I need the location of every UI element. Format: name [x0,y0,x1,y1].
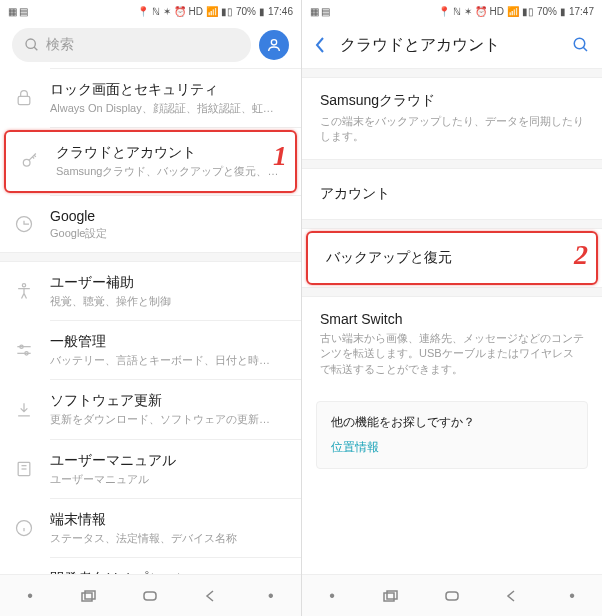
item-lockscreen[interactable]: ロック画面とセキュリティ Always On Display、顔認証、指紋認証、… [0,69,301,127]
nav-dot[interactable]: • [321,588,343,604]
search-button[interactable] [572,36,590,54]
nav-home[interactable] [139,588,161,604]
promo-location-link[interactable]: 位置情報 [331,439,573,456]
nav-back[interactable] [501,588,523,604]
notif-icon: ▦ [8,6,17,17]
nav-recents[interactable] [79,588,101,604]
item-title: ユーザーマニュアル [50,452,176,470]
section-divider [302,219,602,229]
item-title: 一般管理 [50,333,106,351]
item-title: 開発者向けオプション [50,570,190,574]
item-general[interactable]: 一般管理 バッテリー、言語とキーボード、日付と時… [0,321,301,379]
hd-icon: HD [189,6,203,17]
info-icon [14,518,34,538]
svg-line-22 [583,47,587,51]
nav-bar: • • [302,574,602,616]
status-bar: ▦ ▤ 📍 ℕ ✶ ⏰ HD 📶 ▮▯ 70% ▮ 17:47 [302,0,602,22]
item-about-device[interactable]: 端末情報 ステータス、法定情報、デバイス名称 [0,499,301,557]
svg-rect-20 [144,592,156,600]
item-title: ソフトウェア更新 [50,392,162,410]
item-accessibility[interactable]: ユーザー補助 視覚、聴覚、操作と制御 [0,262,301,320]
item-title: Google [50,208,95,224]
nav-dot[interactable]: • [561,588,583,604]
key-icon [20,151,40,171]
svg-rect-25 [446,592,458,600]
item-user-manual[interactable]: ユーザーマニュアル ユーザーマニュアル [0,440,301,498]
item-sub: 視覚、聴覚、操作と制御 [50,294,171,308]
svg-point-6 [22,284,25,287]
user-icon [266,37,282,53]
nav-back[interactable] [200,588,222,604]
vibrate-icon: ✶ [163,6,171,17]
item-sub: 古い端末から画像、連絡先、メッセージなどのコンテンツを転送します。USBケーブル… [320,331,584,377]
nav-dot[interactable]: • [19,588,41,604]
item-title: 端末情報 [50,511,106,529]
item-sub: Google設定 [50,226,107,240]
cloud-accounts-screen: ▦ ▤ 📍 ℕ ✶ ⏰ HD 📶 ▮▯ 70% ▮ 17:47 クラウドとアカウ… [301,0,602,616]
wifi-icon: 📶 [507,6,519,17]
accessibility-icon [14,281,34,301]
settings-list: ロック画面とセキュリティ Always On Display、顔認証、指紋認証、… [0,68,301,574]
svg-rect-24 [387,591,397,599]
section-divider [0,252,301,262]
promo-box: 他の機能をお探しですか？ 位置情報 [316,401,588,469]
svg-line-1 [34,47,37,50]
nav-bar: • • [0,574,301,616]
section-divider [302,68,602,78]
nav-dot[interactable]: • [260,588,282,604]
svg-point-0 [26,39,35,48]
item-backup-restore[interactable]: バックアップと復元 2 [306,231,598,285]
svg-point-2 [271,40,276,45]
book-icon [14,459,34,479]
hd-icon: HD [490,6,504,17]
item-sub: Always On Display、顔認証、指紋認証、虹… [50,101,274,115]
lock-icon [14,88,34,108]
item-sub: この端末をバックアップしたり、データを同期したりします。 [320,114,584,145]
item-software-update[interactable]: ソフトウェア更新 更新をダウンロード、ソフトウェアの更新… [0,380,301,438]
alarm-icon: ⏰ [475,6,487,17]
location-icon: 📍 [438,6,450,17]
battery-icon: ▮ [259,6,265,17]
notif-icon: ▦ [310,6,319,17]
clock: 17:46 [268,6,293,17]
vibrate-icon: ✶ [464,6,472,17]
svg-rect-18 [82,593,92,601]
nav-recents[interactable] [381,588,403,604]
chevron-left-icon [314,36,326,54]
item-smart-switch[interactable]: Smart Switch 古い端末から画像、連絡先、メッセージなどのコンテンツを… [302,297,602,391]
item-title: Smart Switch [320,311,584,327]
section-divider [302,159,602,169]
item-title: ユーザー補助 [50,274,134,292]
profile-button[interactable] [259,30,289,60]
item-title: クラウドとアカウント [56,144,196,162]
item-cloud-accounts[interactable]: クラウドとアカウント Samsungクラウド、バックアップと復元、… 1 [4,130,297,192]
annotation-1: 1 [273,140,287,172]
search-input[interactable]: 検索 [12,28,251,62]
clock: 17:47 [569,6,594,17]
settings-screen-left: ▦ ▤ 📍 ℕ ✶ ⏰ HD 📶 ▮▯ 70% ▮ 17:46 検索 ロック画面… [0,0,301,616]
header: クラウドとアカウント [302,22,602,68]
nav-home[interactable] [441,588,463,604]
search-bar: 検索 [0,22,301,68]
item-title: Samsungクラウド [320,92,584,110]
item-sub: 更新をダウンロード、ソフトウェアの更新… [50,412,270,426]
item-samsung-cloud[interactable]: Samsungクラウド この端末をバックアップしたり、データを同期したりします。 [302,78,602,159]
item-sub: ステータス、法定情報、デバイス名称 [50,531,237,545]
page-title: クラウドとアカウント [340,35,500,56]
nfc-icon: ℕ [453,6,461,17]
item-google[interactable]: Google Google設定 [0,196,301,252]
item-account[interactable]: アカウント [302,169,602,219]
search-placeholder: 検索 [46,36,74,54]
item-title: アカウント [320,185,390,201]
item-developer-options[interactable]: 開発者向けオプション 開発者向けオプション [0,558,301,574]
back-button[interactable] [314,36,326,54]
sliders-icon [14,340,34,360]
wifi-icon: 📶 [206,6,218,17]
status-bar: ▦ ▤ 📍 ℕ ✶ ⏰ HD 📶 ▮▯ 70% ▮ 17:46 [0,0,301,22]
signal-icon: ▮▯ [221,6,233,17]
item-sub: Samsungクラウド、バックアップと復元、… [56,164,278,178]
svg-rect-23 [384,593,394,601]
svg-point-21 [574,38,585,49]
battery-pct: 70% [537,6,557,17]
item-title: バックアップと復元 [326,249,452,265]
